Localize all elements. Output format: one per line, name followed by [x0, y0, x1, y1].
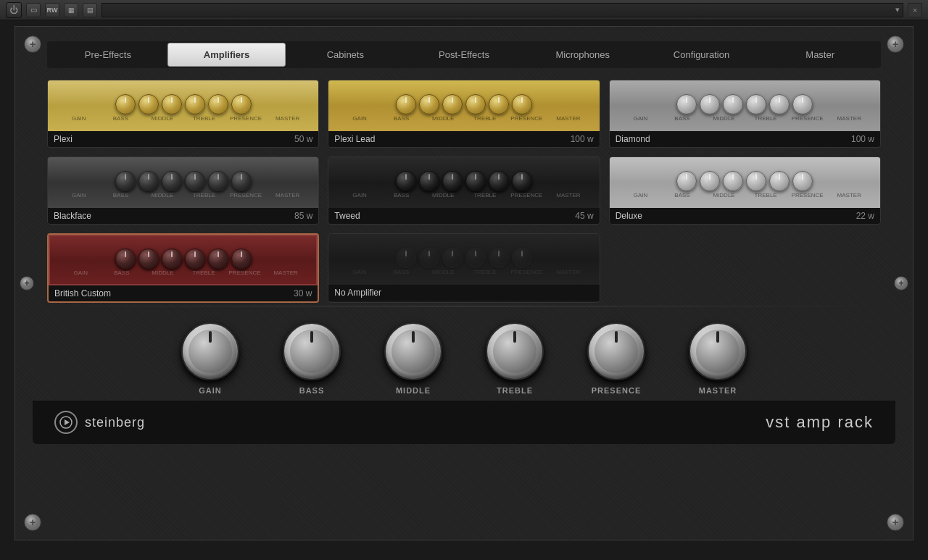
main-middle-container: MIDDLE	[384, 322, 442, 395]
dl-ms: MASTER	[828, 115, 870, 122]
label-presence: PRESENCE	[225, 115, 267, 122]
bfl-g: GAIN	[58, 192, 100, 198]
amp-plexi-gain-knob	[115, 94, 136, 114]
amp-d-bass	[700, 94, 720, 114]
tab-configuration[interactable]: Configuration	[642, 43, 761, 67]
amp-diamond-footer: Diamond 100 w	[610, 131, 880, 147]
amp-br-mid	[162, 248, 182, 269]
label-bass: BASS	[100, 115, 142, 122]
amp-plexilead-footer: Plexi Lead 100 w	[328, 131, 599, 147]
amp-no-treble	[465, 248, 486, 268]
amp-dxl-treble	[746, 171, 766, 191]
close-button[interactable]: ×	[908, 3, 922, 17]
amp-plexi-master-knob	[231, 94, 252, 114]
tl-ms: MASTER	[547, 192, 589, 198]
label-middle: MIDDLE	[141, 115, 183, 122]
tab-pre-effects[interactable]: Pre-Effects	[49, 43, 167, 67]
main-treble-knob[interactable]	[486, 322, 544, 380]
rw-button[interactable]: RW	[45, 3, 59, 17]
amp-bf-gain	[115, 171, 136, 191]
nol-b: BASS	[381, 269, 423, 275]
main-presence-container: PRESENCE	[587, 322, 645, 395]
mark-button[interactable]: ▦	[64, 3, 78, 17]
amp-bf-presence	[208, 171, 228, 191]
amp-dxl-mid	[723, 171, 743, 191]
screw-left-mid	[20, 276, 34, 291]
info-button[interactable]: ▤	[83, 3, 97, 17]
brl-g: GAIN	[60, 269, 102, 276]
tab-microphones[interactable]: Microphones	[523, 43, 642, 67]
amp-bf-master	[231, 171, 252, 191]
nol-p: PRESENCE	[506, 269, 548, 275]
main-master-knob[interactable]	[689, 322, 747, 380]
amp-plexilead[interactable]: GAIN BASS MIDDLE TREBLE PRESENCE MASTER …	[328, 80, 600, 148]
amp-tw-master	[512, 171, 532, 191]
amp-dxl-bass	[700, 171, 720, 191]
amp-tw-treble	[465, 171, 486, 191]
amp-british-knobs	[54, 248, 312, 269]
amp-plexi-mid-knob	[162, 94, 182, 114]
main-master-label: MASTER	[699, 386, 737, 395]
amp-blackface-preview: GAIN BASS MIDDLE TREBLE PRESENCE MASTER	[48, 157, 318, 208]
amp-tweed[interactable]: GAIN BASS MIDDLE TREBLE PRESENCE MASTER …	[328, 156, 600, 225]
screw-top-right	[887, 35, 904, 53]
main-gain-knob[interactable]	[181, 322, 239, 380]
main-bass-container: BASS	[283, 322, 341, 395]
amp-tweed-watts: 45 w	[575, 211, 593, 221]
amp-diamond-preview: GAIN BASS MIDDLE TREBLE PRESENCE MASTER	[610, 80, 880, 131]
vst-amp-rack-text: vst amp rack	[766, 413, 874, 432]
dxll-p: PRESENCE	[787, 192, 829, 198]
nol-t: TREBLE	[464, 269, 506, 275]
amp-blackface[interactable]: GAIN BASS MIDDLE TREBLE PRESENCE MASTER …	[47, 156, 319, 225]
amp-no-mid	[442, 248, 463, 268]
tl-t: TREBLE	[464, 192, 506, 198]
screw-top-left	[24, 35, 41, 53]
amp-br-treble	[185, 248, 205, 269]
main-presence-knob[interactable]	[587, 322, 645, 380]
tab-cabinets[interactable]: Cabinets	[286, 43, 405, 67]
amp-plexi-labels: GAIN BASS MIDDLE TREBLE PRESENCE MASTER	[52, 114, 314, 122]
brl-p: PRESENCE	[224, 269, 265, 276]
tab-post-effects[interactable]: Post-Effects	[405, 43, 523, 67]
amp-deluxe[interactable]: GAIN BASS MIDDLE TREBLE PRESENCE MASTER …	[609, 156, 881, 225]
collapse-button[interactable]: ▭	[26, 3, 41, 17]
amp-no-bass	[419, 248, 439, 268]
amp-plexi[interactable]: GAIN BASS MIDDLE TREBLE PRESENCE MASTER …	[47, 80, 319, 148]
tab-amplifiers[interactable]: Amplifiers	[167, 43, 286, 67]
tab-master[interactable]: Master	[761, 43, 879, 67]
amp-diamond[interactable]: GAIN BASS MIDDLE TREBLE PRESENCE MASTER …	[609, 80, 881, 148]
brl-b: BASS	[102, 269, 143, 276]
amp-deluxe-watts: 22 w	[856, 211, 874, 221]
amp-br-master	[231, 248, 252, 269]
amp-tweed-knobs	[333, 171, 594, 191]
amp-d-master	[792, 94, 813, 114]
amp-none[interactable]: GAIN BASS MIDDLE TREBLE PRESENCE MASTER …	[328, 233, 600, 303]
lbl-t: TREBLE	[464, 115, 506, 122]
label-gain: GAIN	[58, 115, 100, 122]
amp-blackface-watts: 85 w	[294, 211, 312, 221]
preset-dropdown[interactable]: ▾	[102, 3, 903, 17]
amp-pl-treble	[465, 94, 486, 114]
amp-br-bass	[138, 248, 159, 269]
amp-plexilead-preview: GAIN BASS MIDDLE TREBLE PRESENCE MASTER	[328, 80, 599, 131]
amp-british[interactable]: GAIN BASS MIDDLE TREBLE PRESENCE MASTER …	[47, 233, 319, 303]
dl-b: BASS	[661, 115, 703, 122]
amp-diamond-watts: 100 w	[851, 134, 874, 144]
bfl-m: MIDDLE	[141, 192, 183, 198]
label-treble: TREBLE	[183, 115, 225, 122]
amp-d-mid	[723, 94, 743, 114]
amp-british-watts: 30 w	[294, 288, 312, 298]
main-bass-knob[interactable]	[283, 322, 341, 380]
play-icon	[59, 416, 72, 429]
steinberg-logo: steinberg	[54, 411, 145, 434]
main-presence-label: PRESENCE	[592, 386, 642, 395]
amp-diamond-labels: GAIN BASS MIDDLE TREBLE PRESENCE MASTER	[614, 114, 876, 122]
amp-plexi-bass-knob	[138, 94, 159, 114]
nol-ms: MASTER	[547, 269, 589, 275]
lbl-m: MIDDLE	[422, 115, 464, 122]
steinberg-text: steinberg	[85, 415, 145, 430]
main-middle-knob[interactable]	[384, 322, 442, 380]
power-button[interactable]: ⏻	[6, 2, 22, 18]
amp-bf-bass	[138, 171, 159, 191]
lbl-ms: MASTER	[547, 115, 589, 122]
